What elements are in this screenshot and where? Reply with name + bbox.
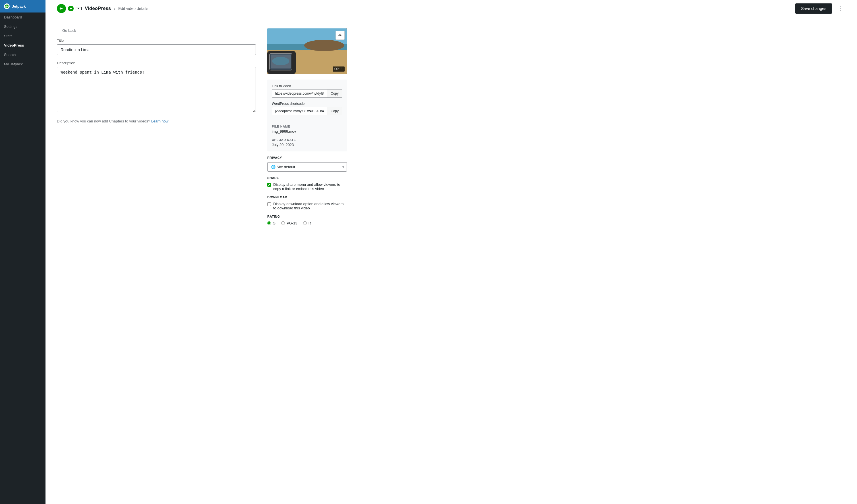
back-navigation[interactable]: ← Go back: [57, 29, 256, 33]
description-label: Description: [57, 61, 256, 65]
copy-link-button[interactable]: Copy: [327, 89, 342, 98]
privacy-section: PRIVACY 🌐 Site default Public Private ▾: [267, 156, 347, 172]
sidebar-item-label: My Jetpack: [4, 62, 23, 66]
link-to-video-label: Link to video: [272, 84, 342, 88]
learn-how-link[interactable]: Learn how: [151, 119, 169, 123]
link-to-video-input[interactable]: [272, 89, 327, 98]
video-duration: 00:11: [333, 67, 345, 72]
rating-label: RATING: [267, 215, 347, 218]
sidebar-item-settings[interactable]: Settings: [0, 22, 46, 31]
file-name-value: img_9966.mov: [272, 129, 342, 134]
sidebar-brand-label: Jetpack: [12, 4, 26, 8]
svg-point-13: [272, 57, 289, 65]
edit-thumbnail-button[interactable]: ✏: [336, 31, 345, 40]
title-input[interactable]: [57, 44, 256, 55]
rating-r-label[interactable]: R: [303, 221, 311, 225]
link-to-video-group: Link to video Copy: [272, 84, 342, 98]
sidebar-jetpack-brand[interactable]: Jetpack: [0, 0, 46, 13]
description-field-group: Description: [57, 61, 256, 114]
breadcrumb: VP VideoPress › Edit video details: [57, 4, 148, 13]
sidebar-item-label: Dashboard: [4, 15, 22, 19]
download-checkbox-label[interactable]: Display download option and allow viewer…: [267, 202, 347, 210]
title-field-group: Title: [57, 38, 256, 55]
sidebar-item-label: VideoPress: [4, 43, 24, 48]
download-checkbox[interactable]: [267, 202, 271, 206]
copy-shortcode-button[interactable]: Copy: [327, 107, 342, 115]
video-thumbnail: 00:11 ✏: [267, 29, 347, 74]
svg-point-8: [304, 40, 344, 51]
upload-date-row: Upload date July 20, 2023: [272, 138, 342, 147]
sidebar-item-label: Search: [4, 53, 16, 57]
videopress-logo-icon: VP: [57, 4, 66, 13]
rating-row: G PG-13 R: [267, 221, 347, 225]
rating-section: RATING G PG-13 R: [267, 215, 347, 225]
shortcode-input[interactable]: [272, 107, 327, 115]
description-textarea[interactable]: [57, 67, 256, 112]
shortcode-field-row: Copy: [272, 107, 342, 115]
shortcode-label: WordPress shortcode: [272, 102, 342, 106]
rating-pg13-label[interactable]: PG-13: [281, 221, 298, 225]
back-link-label: Go back: [62, 29, 76, 33]
upload-date-label: Upload date: [272, 138, 342, 141]
rating-pg13-text: PG-13: [287, 221, 298, 225]
file-name-label: File name: [272, 125, 342, 128]
link-field-row: Copy: [272, 89, 342, 98]
sidebar-item-search[interactable]: Search: [0, 50, 46, 59]
top-bar: VP VideoPress › Edit video details: [46, 0, 857, 17]
download-label: DOWNLOAD: [267, 195, 347, 199]
save-changes-button[interactable]: Save changes: [795, 3, 832, 14]
upload-date-value: July 20, 2023: [272, 143, 342, 147]
share-checkbox-label[interactable]: Display share menu and allow viewers to …: [267, 183, 347, 191]
chapters-tip: Did you know you can now add Chapters to…: [57, 119, 256, 123]
meta-card: Link to video Copy WordPress shortcode C…: [267, 80, 347, 152]
svg-text:VP: VP: [60, 8, 62, 10]
form-section: ← Go back Title Description Did you know…: [57, 29, 256, 493]
share-label: SHARE: [267, 176, 347, 179]
share-section: SHARE Display share menu and allow viewe…: [267, 176, 347, 191]
rating-g-radio[interactable]: [267, 221, 271, 225]
share-checkbox-text: Display share menu and allow viewers to …: [273, 183, 347, 191]
divider: [272, 120, 342, 120]
page-body: ← Go back Title Description Did you know…: [46, 17, 857, 504]
rating-g-text: G: [273, 221, 275, 225]
videopress-logo: VP VideoPress: [57, 4, 111, 13]
video-sidebar: 00:11 ✏ Link to video Copy WordPress sho…: [267, 29, 347, 493]
main-content: VP VideoPress › Edit video details: [46, 0, 857, 504]
rating-g-label[interactable]: G: [267, 221, 275, 225]
breadcrumb-current-page: Edit video details: [118, 6, 148, 11]
rating-r-radio[interactable]: [303, 221, 307, 225]
share-checkbox[interactable]: [267, 183, 271, 187]
more-options-button[interactable]: ⋮: [835, 4, 846, 13]
sidebar-item-stats[interactable]: Stats: [0, 31, 46, 41]
download-section: DOWNLOAD Display download option and all…: [267, 195, 347, 210]
sidebar-item-label: Stats: [4, 34, 13, 38]
videopress-logo-text: VideoPress: [68, 5, 111, 12]
download-checkbox-text: Display download option and allow viewer…: [273, 202, 347, 210]
title-label: Title: [57, 38, 256, 42]
jetpack-logo-icon: [4, 3, 10, 9]
file-name-row: File name img_9966.mov: [272, 125, 342, 134]
sidebar-item-my-jetpack[interactable]: My Jetpack: [0, 59, 46, 69]
privacy-label: PRIVACY: [267, 156, 347, 159]
privacy-select[interactable]: 🌐 Site default Public Private: [267, 162, 347, 172]
sidebar-item-dashboard[interactable]: Dashboard: [0, 13, 46, 22]
rating-pg13-radio[interactable]: [281, 221, 285, 225]
breadcrumb-separator: ›: [114, 6, 115, 11]
sidebar-item-label: Settings: [4, 24, 17, 29]
rating-r-text: R: [308, 221, 311, 225]
back-arrow-icon: ←: [57, 29, 61, 33]
top-bar-actions: Save changes ⋮: [795, 3, 846, 14]
sidebar: Jetpack Dashboard Settings Stats VideoPr…: [0, 0, 46, 504]
privacy-select-wrap: 🌐 Site default Public Private ▾: [267, 162, 347, 172]
shortcode-group: WordPress shortcode Copy: [272, 102, 342, 115]
sidebar-item-videopress[interactable]: VideoPress: [0, 41, 46, 50]
